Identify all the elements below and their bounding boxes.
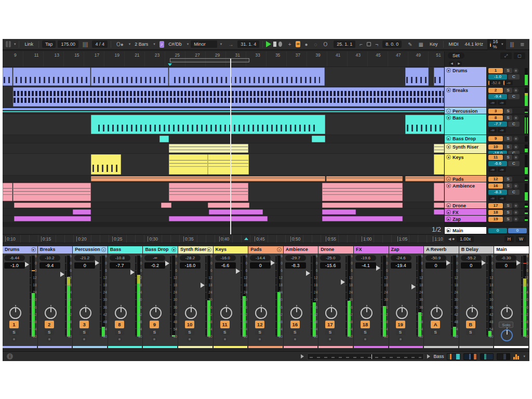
pan-field[interactable]: C	[508, 122, 520, 127]
beat-time-ruler[interactable]: 9111315171921232527293133353739414345474…	[3, 51, 444, 67]
fader-value-field[interactable]: -9.4	[39, 262, 60, 269]
chevron-down-icon[interactable]: ▾	[501, 42, 503, 46]
fader-handle[interactable]	[271, 260, 275, 265]
fader-handle[interactable]	[95, 260, 99, 265]
fader-value-field[interactable]: 0	[74, 262, 95, 269]
track-header-main[interactable]: ▶Main00	[445, 227, 529, 234]
tap-tempo-button[interactable]: Tap	[42, 41, 56, 48]
solo-button[interactable]: S	[504, 177, 512, 182]
track-number-button[interactable]: 9	[488, 136, 503, 141]
time-signature-field[interactable]: 4 / 4	[92, 41, 108, 48]
zoom-amount[interactable]: 1.00x	[457, 236, 474, 242]
fader-handle[interactable]	[516, 260, 521, 265]
tempo-field[interactable]: 175.00	[58, 41, 78, 48]
solo-button[interactable]: S	[504, 136, 512, 141]
reenable-automation-icon[interactable]: O	[321, 41, 329, 48]
clip[interactable]	[322, 209, 356, 215]
track-title-area[interactable]: ▾Breaks	[445, 87, 486, 107]
arm-button[interactable]	[513, 217, 518, 222]
capture-midi-icon[interactable]: ◌	[312, 41, 320, 48]
pan-knob[interactable]	[290, 307, 302, 319]
clip[interactable]	[14, 216, 91, 221]
peak-level-readout[interactable]: -28.2	[180, 255, 201, 261]
loop-switch-icon[interactable]	[367, 42, 371, 46]
clip[interactable]	[13, 68, 91, 86]
volume-field[interactable]: -8.3	[488, 190, 507, 195]
chevron-down-icon[interactable]: ▾	[523, 354, 525, 358]
track-number-button[interactable]: 8	[115, 321, 124, 328]
fader-value-field[interactable]: -8.3	[285, 262, 306, 269]
fader-handle[interactable]	[201, 283, 205, 288]
follow-icon[interactable]: →	[226, 41, 235, 48]
fold-arrow-icon[interactable]: ▾	[446, 183, 451, 188]
track-number-button[interactable]: A	[431, 321, 440, 328]
track-number-button[interactable]: 18	[488, 210, 503, 215]
arm-button[interactable]	[257, 337, 262, 342]
solo-button[interactable]: Solo	[499, 322, 513, 328]
clip[interactable]	[322, 203, 403, 208]
solo-button[interactable]: S	[504, 109, 512, 114]
track-lane-pads[interactable]	[3, 176, 444, 182]
track-title-area[interactable]: ▾Ambience	[445, 182, 486, 202]
pan-field[interactable]: C	[508, 94, 520, 99]
clip[interactable]	[13, 87, 444, 107]
fader-handle[interactable]	[130, 270, 135, 275]
lock-envelopes-icon[interactable]: ▢	[514, 52, 525, 59]
loop-brace[interactable]	[170, 58, 249, 62]
fold-arrow-icon[interactable]: ▾	[171, 247, 176, 252]
pan-knob[interactable]	[255, 307, 267, 319]
fader-handle[interactable]	[60, 272, 64, 277]
track-header-pads[interactable]: ▪Pads12S	[445, 176, 529, 182]
solo-button[interactable]: S	[79, 330, 89, 335]
pan-knob[interactable]	[466, 307, 478, 319]
clip[interactable]	[169, 144, 248, 153]
clip[interactable]	[322, 183, 403, 201]
track-lane-breaks[interactable]	[3, 87, 444, 108]
fold-arrow-icon[interactable]: ▸	[446, 210, 451, 215]
track-number-button[interactable]: 9	[150, 321, 159, 328]
fader-value-field[interactable]: -15.6	[320, 262, 341, 269]
lane-spacer[interactable]	[3, 222, 444, 227]
solo-button[interactable]: S	[45, 330, 54, 335]
track-title-area[interactable]: ▾Drums	[445, 67, 486, 86]
clip[interactable]	[434, 209, 444, 215]
track-header-drums[interactable]: ▾Drums1S-1.0C-52.8-∞	[445, 67, 529, 87]
peak-level-readout[interactable]: -0.30	[496, 255, 516, 261]
arm-button[interactable]	[117, 337, 122, 342]
pad-grid-icon[interactable]	[6, 41, 11, 47]
track-lane-drums[interactable]	[3, 67, 444, 87]
solo-button[interactable]: S	[466, 330, 475, 335]
chevron-down-icon[interactable]: ▾	[129, 42, 131, 46]
track-title-area[interactable]: ▾Keys	[445, 154, 486, 175]
menu-icon[interactable]: ≡	[518, 39, 526, 49]
arm-button[interactable]	[513, 183, 518, 189]
solo-button[interactable]: S	[115, 330, 124, 335]
peak-level-readout[interactable]: -14.4	[250, 255, 271, 261]
computer-midi-keyboard-icon[interactable]: ▦	[417, 41, 425, 48]
mixer-tab-main[interactable]: Main	[494, 246, 529, 254]
mixer-tab-zap[interactable]: Zap	[389, 246, 424, 254]
pan-knob[interactable]	[9, 307, 21, 319]
midi-overdub-button[interactable]: ∞	[296, 41, 301, 47]
chevron-down-icon[interactable]: ▾	[14, 42, 16, 46]
peak-level-readout[interactable]: -24.6	[391, 255, 411, 261]
fader-lane[interactable]	[486, 256, 488, 337]
volume-field[interactable]: -1.0	[488, 74, 507, 79]
fold-arrow-icon[interactable]: ▪	[446, 177, 451, 181]
fader-handle[interactable]	[25, 262, 29, 267]
track-lane-zap[interactable]	[3, 216, 444, 222]
track-number-button[interactable]: 12	[488, 177, 503, 182]
volume-field[interactable]: -6.6	[488, 161, 507, 166]
nudge-icons[interactable]: ||||	[81, 41, 90, 48]
track-lane-synth-riser[interactable]	[3, 143, 444, 154]
preview-speaker-icon[interactable]: ◄●	[447, 236, 455, 242]
fader-lane[interactable]	[65, 256, 66, 337]
track-number-button[interactable]: 12	[255, 321, 264, 328]
volume-field[interactable]: -9.4	[488, 94, 507, 99]
punch-out-icon[interactable]: ¬	[373, 41, 380, 48]
automation-arm-icon[interactable]: ●	[302, 41, 310, 48]
fader-lane[interactable]	[381, 256, 382, 337]
draw-mode-icon[interactable]: ✎	[406, 41, 414, 48]
fader-lane[interactable]	[205, 256, 207, 337]
fold-arrow-icon[interactable]: ▸	[446, 217, 451, 221]
